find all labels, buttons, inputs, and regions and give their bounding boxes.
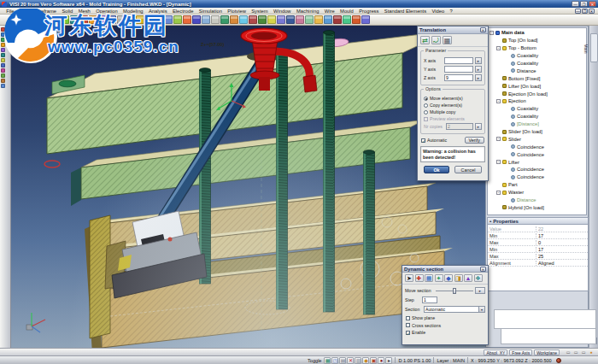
left-toolbar-icon[interactable] bbox=[1, 27, 5, 32]
menu-modeling[interactable]: Modeling bbox=[120, 9, 146, 14]
menu-edit[interactable]: Edit bbox=[17, 9, 31, 14]
expand-toggle[interactable]: - bbox=[496, 137, 501, 141]
z-axis-picker-icon[interactable]: ▸ bbox=[475, 74, 482, 81]
menu-video[interactable]: Video bbox=[429, 9, 447, 14]
tree-item[interactable]: Coaxiality bbox=[488, 52, 586, 60]
expand-toggle[interactable]: - bbox=[490, 31, 494, 35]
toolbar-icon[interactable] bbox=[192, 15, 201, 24]
vertical-tab[interactable]: Main bbox=[590, 33, 598, 62]
x-axis-picker-icon[interactable]: ▸ bbox=[475, 57, 482, 64]
menu-electrode[interactable]: Electrode bbox=[170, 9, 196, 14]
menu-mesh[interactable]: Mesh bbox=[75, 9, 93, 14]
tree-item[interactable]: Coincidence bbox=[488, 143, 586, 150]
status-icon[interactable]: ● bbox=[378, 357, 384, 364]
menu-simulation[interactable]: Simulation bbox=[196, 9, 225, 14]
expand-toggle[interactable]: - bbox=[496, 99, 501, 103]
snap-icon[interactable]: ▭ bbox=[580, 350, 587, 355]
toolbar-icon[interactable] bbox=[164, 15, 173, 24]
verify-button[interactable]: Verify bbox=[465, 137, 484, 144]
toolbar-icon[interactable] bbox=[183, 15, 191, 24]
left-toolbar-icon[interactable] bbox=[1, 43, 5, 47]
property-value[interactable]: 25 bbox=[536, 254, 588, 259]
toolbar-icon[interactable] bbox=[352, 15, 361, 24]
menu-standard-elements[interactable]: Standard Elements bbox=[382, 9, 430, 14]
menu-progress[interactable]: Progress bbox=[356, 9, 382, 14]
tree-item[interactable]: Lifter [On load] bbox=[488, 82, 586, 90]
toolbar-icon[interactable] bbox=[70, 15, 79, 24]
tree-item[interactable]: Coincidence bbox=[488, 150, 586, 158]
property-row[interactable]: Max0 bbox=[488, 239, 588, 246]
record-icon[interactable] bbox=[556, 358, 561, 363]
left-toolbar-icon[interactable] bbox=[1, 79, 5, 83]
tree-item[interactable]: -Slider bbox=[488, 135, 586, 143]
left-toolbar-icon[interactable] bbox=[1, 38, 5, 42]
property-value[interactable]: 22 bbox=[536, 226, 588, 232]
show-plane-checkbox[interactable] bbox=[406, 316, 410, 320]
snap-icon[interactable]: ▭ bbox=[565, 350, 572, 355]
toolbar-icon[interactable] bbox=[108, 15, 116, 24]
tree-item[interactable]: Distance bbox=[488, 67, 586, 74]
menu-solid[interactable]: Solid bbox=[59, 9, 75, 14]
toolbar-icon[interactable] bbox=[145, 15, 154, 24]
tree-item[interactable]: Coaxiality bbox=[488, 113, 586, 120]
property-row[interactable]: Min17 bbox=[488, 232, 588, 239]
transform-icon[interactable]: ⇄ bbox=[420, 36, 430, 44]
left-toolbar-icon[interactable] bbox=[1, 68, 5, 73]
status-icon[interactable]: ▦ bbox=[324, 357, 331, 364]
z-axis-field[interactable]: 9 bbox=[444, 74, 473, 81]
toolbar-icon[interactable] bbox=[14, 15, 22, 24]
status-icon[interactable]: ▤ bbox=[339, 357, 346, 364]
tree-item[interactable]: Coincidence bbox=[488, 166, 586, 173]
section-tool-icon[interactable]: ✚ bbox=[415, 274, 424, 282]
section-tool-icon[interactable]: ◆ bbox=[444, 274, 453, 282]
nr-copies-spinner[interactable]: ▸ bbox=[475, 123, 482, 130]
move-elements-radio[interactable] bbox=[424, 97, 428, 101]
section-tool-icon[interactable]: ➤ bbox=[405, 274, 413, 282]
preview-elements-checkbox[interactable] bbox=[424, 117, 428, 121]
translation-dialog-titlebar[interactable]: Translation ✕ bbox=[418, 26, 488, 34]
property-value[interactable]: 17 bbox=[536, 233, 588, 238]
minimize-button[interactable]: — bbox=[572, 1, 579, 7]
section-tool-icon[interactable]: ▦ bbox=[425, 274, 433, 282]
toolbar-icon[interactable] bbox=[126, 15, 135, 24]
menu-help[interactable]: ? bbox=[447, 9, 455, 14]
tree-item[interactable]: Coincidence bbox=[488, 173, 586, 181]
property-row[interactable]: Value22 bbox=[488, 226, 588, 232]
property-value[interactable]: 17 bbox=[536, 247, 588, 252]
toolbar-icon[interactable] bbox=[333, 15, 342, 24]
dropdown-arrow-icon[interactable]: ▾ bbox=[478, 307, 484, 312]
toolbar-icon[interactable] bbox=[220, 15, 229, 24]
move-section-spinner[interactable]: ▸ bbox=[475, 287, 485, 294]
free-axis-toggle[interactable]: Free Axis bbox=[509, 349, 532, 355]
step-field[interactable]: 1 bbox=[422, 296, 437, 303]
toolbar-icon[interactable] bbox=[361, 15, 370, 24]
menu-system[interactable]: System bbox=[249, 9, 271, 14]
menu-machining[interactable]: Machining bbox=[294, 9, 322, 14]
toolbar-icon[interactable] bbox=[324, 15, 332, 24]
expand-toggle[interactable]: - bbox=[496, 46, 501, 50]
tree-item[interactable]: Slider [On load] bbox=[488, 128, 586, 136]
section-dialog-titlebar[interactable]: Dynamic section ✕ bbox=[402, 266, 488, 273]
toolbar-icon[interactable] bbox=[277, 15, 285, 24]
section-dropdown[interactable]: Automatic ▾ bbox=[424, 306, 485, 313]
toolbar-icon[interactable] bbox=[23, 15, 32, 24]
mdi-minimize-button[interactable]: — bbox=[575, 9, 581, 14]
toolbar-icon[interactable] bbox=[79, 15, 88, 24]
tree-item[interactable]: Top [On load] bbox=[488, 37, 586, 44]
menu-window[interactable]: Window bbox=[271, 9, 294, 14]
section-tool-icon[interactable]: ❖ bbox=[474, 274, 483, 282]
status-icon[interactable]: ◳ bbox=[331, 357, 338, 364]
section-tool-icon[interactable]: ✦ bbox=[435, 274, 443, 282]
toolbar-icon[interactable] bbox=[173, 15, 182, 24]
tree-item[interactable]: Ejection [On load] bbox=[488, 90, 586, 97]
toolbar-icon[interactable] bbox=[136, 15, 144, 24]
expand-toggle[interactable]: - bbox=[496, 160, 501, 164]
status-icon[interactable]: ▸ bbox=[385, 357, 392, 364]
status-icon[interactable]: ▥ bbox=[355, 357, 361, 364]
restore-button[interactable]: ❐ bbox=[580, 1, 588, 7]
left-toolbar-icon[interactable] bbox=[1, 53, 5, 57]
section-tool-icon[interactable]: ▲ bbox=[464, 274, 472, 282]
left-toolbar-icon[interactable] bbox=[1, 84, 5, 88]
toolbar-icon[interactable] bbox=[343, 15, 351, 24]
translation-dialog-close-icon[interactable]: ✕ bbox=[480, 27, 486, 32]
